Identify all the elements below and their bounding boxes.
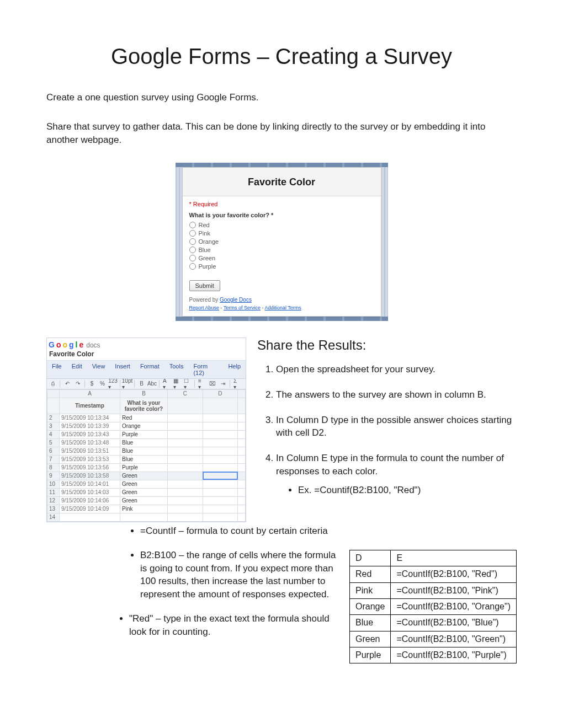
submit-button[interactable]: Submit [189, 280, 220, 291]
row-number[interactable]: 12 [47, 496, 60, 505]
cell[interactable] [168, 480, 203, 488]
col-header[interactable]: A [60, 389, 120, 398]
footer-link[interactable]: Additional Terms [264, 305, 301, 311]
cell[interactable] [203, 447, 238, 455]
toolbar-icon[interactable]: ⎙ [49, 380, 56, 387]
cell[interactable]: Pink [120, 505, 168, 513]
toolbar-icon[interactable]: ≡ ▾ [198, 380, 205, 387]
toolbar-icon[interactable]: Abc [148, 380, 156, 387]
cell[interactable] [168, 513, 203, 521]
col-header[interactable]: B [120, 389, 168, 398]
menu-item[interactable]: Insert [110, 361, 135, 378]
cell[interactable] [203, 505, 238, 513]
toolbar-icon[interactable]: B [138, 380, 145, 387]
cell[interactable]: Red [120, 414, 168, 422]
toolbar-icon[interactable]: $ [88, 380, 95, 387]
cell[interactable] [168, 422, 203, 430]
cell[interactable] [168, 414, 203, 422]
toolbar-icon[interactable]: 123 ▾ [109, 380, 116, 387]
cell[interactable]: Blue [120, 447, 168, 455]
cell[interactable]: Purple [120, 463, 168, 472]
cell[interactable] [203, 422, 238, 430]
menu-item[interactable]: Form (12) [188, 361, 223, 378]
row-number[interactable]: 4 [47, 430, 60, 438]
cell[interactable]: Purple [120, 430, 168, 438]
menu-item[interactable]: Format [135, 361, 164, 378]
toolbar-icon[interactable]: Σ ▾ [233, 380, 241, 387]
cell[interactable] [203, 496, 238, 505]
row-number[interactable]: 9 [47, 472, 60, 480]
cell[interactable] [168, 496, 203, 505]
cell[interactable] [203, 463, 238, 472]
cell[interactable] [168, 463, 203, 472]
toolbar-icon[interactable]: A ▾ [163, 380, 170, 387]
cell[interactable] [168, 455, 203, 463]
row-number[interactable]: 14 [47, 513, 60, 521]
cell[interactable] [168, 472, 203, 480]
cell[interactable]: Green [120, 496, 168, 505]
cell[interactable]: 9/15/2009 10:13:48 [60, 438, 120, 447]
cell[interactable]: 9/15/2009 10:13:43 [60, 430, 120, 438]
cell[interactable]: Blue [120, 438, 168, 447]
cell[interactable] [203, 438, 238, 447]
toolbar-icon[interactable]: ↶ [63, 380, 71, 387]
cell[interactable] [203, 455, 238, 463]
cell[interactable] [168, 505, 203, 513]
option-orange[interactable]: Orange [189, 238, 374, 245]
cell[interactable] [203, 513, 238, 521]
row-number[interactable]: 2 [47, 414, 60, 422]
row-number[interactable]: 11 [47, 488, 60, 496]
footer-link[interactable]: Terms of Service [224, 305, 261, 311]
cell[interactable] [203, 414, 238, 422]
menu-item[interactable]: File [47, 361, 67, 378]
row-number[interactable]: 5 [47, 438, 60, 447]
cell[interactable] [168, 438, 203, 447]
cell[interactable]: 9/15/2009 10:13:39 [60, 422, 120, 430]
option-blue[interactable]: Blue [189, 247, 374, 253]
menu-item[interactable]: Edit [67, 361, 87, 378]
row-number[interactable]: 13 [47, 505, 60, 513]
cell[interactable] [168, 488, 203, 496]
cell[interactable] [203, 430, 238, 438]
cell[interactable] [168, 430, 203, 438]
row-number[interactable]: 3 [47, 422, 60, 430]
option-purple[interactable]: Purple [189, 263, 374, 270]
cell[interactable]: Green [120, 480, 168, 488]
cell[interactable] [120, 513, 168, 521]
cell[interactable]: 9/15/2009 10:14:03 [60, 488, 120, 496]
col-header[interactable]: D [203, 389, 238, 398]
footer-link[interactable]: Report Abuse [189, 305, 220, 311]
col-header[interactable]: C [168, 389, 203, 398]
row-number[interactable]: 6 [47, 447, 60, 455]
cell[interactable]: 9/15/2009 10:13:56 [60, 463, 120, 472]
cell[interactable] [168, 447, 203, 455]
cell[interactable]: 9/15/2009 10:14:01 [60, 480, 120, 488]
google-docs-link[interactable]: Google Docs [220, 297, 252, 303]
menu-item[interactable]: Tools [164, 361, 189, 378]
cell[interactable] [203, 488, 238, 496]
cell[interactable]: 9/15/2009 10:14:06 [60, 496, 120, 505]
cell[interactable]: Green [120, 488, 168, 496]
option-red[interactable]: Red [189, 222, 374, 228]
toolbar-icon[interactable]: 10pt ▾ [124, 380, 131, 387]
cell[interactable]: 9/15/2009 10:13:53 [60, 455, 120, 463]
toolbar-icon[interactable]: ☐ ▾ [184, 380, 191, 387]
toolbar-icon[interactable]: % [99, 380, 106, 387]
cell[interactable]: 9/15/2009 10:14:09 [60, 505, 120, 513]
toolbar-icon[interactable]: ↷ [74, 380, 81, 387]
row-number[interactable]: 8 [47, 463, 60, 472]
cell[interactable] [203, 472, 238, 480]
cell[interactable]: 9/15/2009 10:13:51 [60, 447, 120, 455]
menu-item[interactable]: Help [223, 361, 246, 378]
menu-item[interactable]: View [87, 361, 110, 378]
toolbar-icon[interactable]: ⇥ [219, 380, 226, 387]
cell[interactable]: 9/15/2009 10:13:34 [60, 414, 120, 422]
row-number[interactable]: 10 [47, 480, 60, 488]
cell[interactable] [203, 480, 238, 488]
option-pink[interactable]: Pink [189, 230, 374, 237]
option-green[interactable]: Green [189, 255, 374, 261]
cell[interactable]: Green [120, 472, 168, 480]
cell[interactable]: Orange [120, 422, 168, 430]
row-number[interactable]: 7 [47, 455, 60, 463]
cell[interactable] [60, 513, 120, 521]
